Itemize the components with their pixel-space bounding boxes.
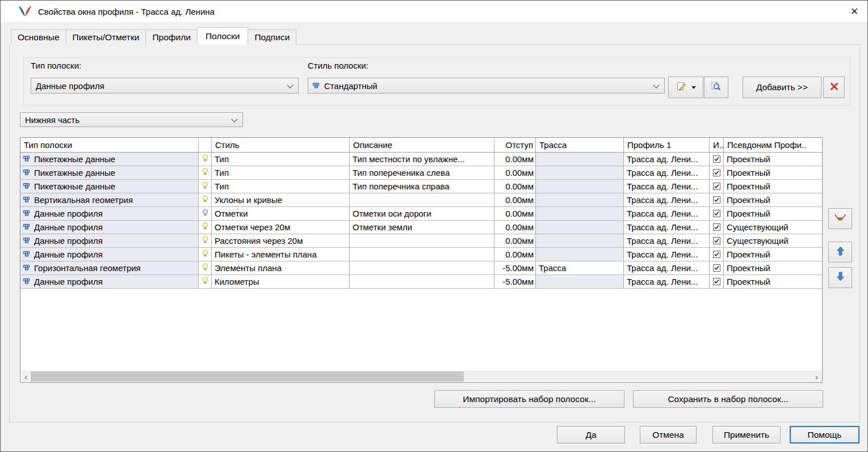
bands-table: Тип полоски Стиль Описание Отступ Трасса…	[20, 137, 823, 383]
scrollbar-thumb[interactable]	[31, 371, 464, 382]
style-cell: Уклоны и кривые	[212, 193, 350, 207]
table-row[interactable]: Горизонтальная геометрияЭлементы плана-5…	[20, 261, 822, 275]
gap-cell: 0.00мм	[494, 234, 536, 248]
visibility-cell[interactable]	[199, 193, 212, 207]
gap-cell: -5.00мм	[494, 261, 536, 275]
description-cell	[350, 248, 494, 261]
edit-style-dropdown-caret[interactable]	[691, 86, 696, 89]
column-header-band-type[interactable]: Тип полоски	[20, 138, 199, 152]
profile-alias-cell: Проектный	[724, 275, 822, 289]
table-row[interactable]: Данные профиляКилометры-5.00ммТрасса ад.…	[20, 275, 822, 289]
alignment-cell	[536, 248, 624, 261]
lightbulb-icon[interactable]	[202, 275, 208, 288]
labels-checkbox-cell[interactable]	[710, 221, 724, 234]
labels-checkbox[interactable]	[713, 264, 720, 272]
labels-checkbox[interactable]	[713, 251, 720, 258]
description-cell	[350, 234, 494, 248]
profile1-cell: Трасса ад. Лени...	[624, 207, 710, 221]
band-type-cell: Данные профиля	[20, 221, 199, 234]
labels-checkbox[interactable]	[713, 223, 720, 231]
lightbulb-icon[interactable]	[202, 261, 208, 274]
lightbulb-icon[interactable]	[202, 166, 208, 179]
table-row[interactable]: Пикетажные данныеТипТип поперечника спра…	[20, 180, 822, 193]
scroll-right-icon[interactable]: ›	[812, 371, 821, 382]
labels-checkbox-cell[interactable]	[710, 193, 724, 207]
band-type-icon	[23, 196, 31, 204]
apply-button[interactable]: Применить	[712, 426, 781, 443]
labels-checkbox-cell[interactable]	[710, 207, 724, 221]
labels-checkbox[interactable]	[713, 169, 720, 176]
band-type-icon	[23, 169, 31, 176]
column-header-alignment[interactable]: Трасса	[536, 138, 624, 152]
visibility-cell[interactable]	[199, 166, 212, 180]
labels-checkbox-cell[interactable]	[710, 248, 724, 261]
column-header-profile-alias[interactable]: Псевдоним Профи..	[724, 138, 822, 152]
cancel-button[interactable]: Отмена	[640, 426, 697, 443]
table-row[interactable]: Данные профиляОтметки через 20мОтметки з…	[20, 221, 822, 234]
labels-checkbox-cell[interactable]	[710, 275, 724, 289]
labels-checkbox-cell[interactable]	[710, 153, 724, 166]
preview-style-button[interactable]	[704, 77, 728, 98]
table-row[interactable]: Данные профиляПикеты - элементы плана0.0…	[20, 248, 822, 261]
column-header-profile1[interactable]: Профиль 1	[624, 138, 710, 152]
lightbulb-icon[interactable]	[202, 180, 208, 193]
visibility-cell[interactable]	[199, 248, 212, 261]
tab-general[interactable]: Основные	[11, 29, 66, 45]
column-header-labels[interactable]: И..	[710, 138, 724, 152]
labels-checkbox-cell[interactable]	[710, 180, 724, 193]
column-header-style[interactable]: Стиль	[212, 138, 350, 152]
tab-profiles[interactable]: Профили	[145, 29, 198, 45]
lightbulb-icon[interactable]	[202, 207, 208, 220]
horizontal-scrollbar[interactable]: ‹ ›	[21, 371, 821, 382]
edit-style-button[interactable]	[668, 77, 703, 98]
move-band-down-button[interactable]	[828, 267, 852, 288]
labels-checkbox[interactable]	[713, 210, 720, 217]
visibility-cell[interactable]	[199, 234, 212, 248]
labels-checkbox[interactable]	[713, 196, 720, 204]
add-band-button[interactable]: Добавить >>	[743, 77, 821, 98]
labels-checkbox[interactable]	[713, 278, 720, 285]
match-profile-button[interactable]	[828, 208, 852, 229]
column-header-visibility[interactable]	[199, 138, 212, 152]
import-band-set-button[interactable]: Импортировать набор полосок...	[434, 390, 624, 408]
labels-checkbox-cell[interactable]	[710, 234, 724, 248]
save-band-set-button[interactable]: Сохранить в набор полосок...	[633, 390, 823, 408]
visibility-cell[interactable]	[199, 275, 212, 289]
visibility-cell[interactable]	[199, 221, 212, 234]
column-header-gap[interactable]: Отступ	[494, 138, 536, 152]
column-header-description[interactable]: Описание	[350, 138, 494, 152]
tab-labels[interactable]: Подписи	[248, 29, 296, 45]
lightbulb-icon[interactable]	[202, 153, 208, 166]
table-row[interactable]: Пикетажные данныеТипТип местности по увл…	[20, 153, 822, 166]
tab-stations-elevations[interactable]: Пикеты/Отметки	[66, 29, 146, 45]
labels-checkbox-cell[interactable]	[710, 166, 724, 180]
close-icon[interactable]: ✕	[845, 3, 864, 20]
labels-checkbox[interactable]	[713, 183, 720, 190]
tab-bands[interactable]: Полоски	[197, 27, 248, 45]
visibility-cell[interactable]	[199, 261, 212, 275]
delete-band-button[interactable]	[823, 77, 845, 98]
lightbulb-icon[interactable]	[202, 193, 208, 206]
table-row[interactable]: Пикетажные данныеТипТип попереченика сле…	[20, 166, 822, 180]
band-location-select[interactable]: Нижняя часть	[20, 112, 243, 127]
lightbulb-icon[interactable]	[202, 234, 208, 247]
band-style-select[interactable]: Стандартный	[308, 78, 665, 94]
table-row[interactable]: Вертикальная геометрияУклоны и кривые0.0…	[20, 193, 822, 207]
table-row[interactable]: Данные профиляРасстояния через 20м0.00мм…	[20, 234, 822, 248]
labels-checkbox[interactable]	[713, 155, 720, 163]
ok-button[interactable]: Да	[557, 426, 625, 443]
help-button[interactable]: Помощь	[790, 426, 859, 443]
visibility-cell[interactable]	[199, 153, 212, 166]
move-band-up-button[interactable]	[828, 242, 852, 263]
visibility-cell[interactable]	[199, 180, 212, 193]
lightbulb-icon[interactable]	[202, 248, 208, 261]
visibility-cell[interactable]	[199, 207, 212, 221]
scroll-left-icon[interactable]: ‹	[21, 371, 31, 382]
labels-checkbox[interactable]	[713, 237, 720, 244]
lightbulb-icon[interactable]	[202, 221, 208, 234]
profile-alias-cell: Проектный	[724, 261, 822, 275]
gap-cell: 0.00мм	[494, 166, 536, 180]
band-type-select[interactable]: Данные профиля	[31, 78, 299, 94]
table-row[interactable]: Данные профиляОтметкиОтметки оси дороги0…	[20, 207, 822, 221]
labels-checkbox-cell[interactable]	[710, 261, 724, 275]
